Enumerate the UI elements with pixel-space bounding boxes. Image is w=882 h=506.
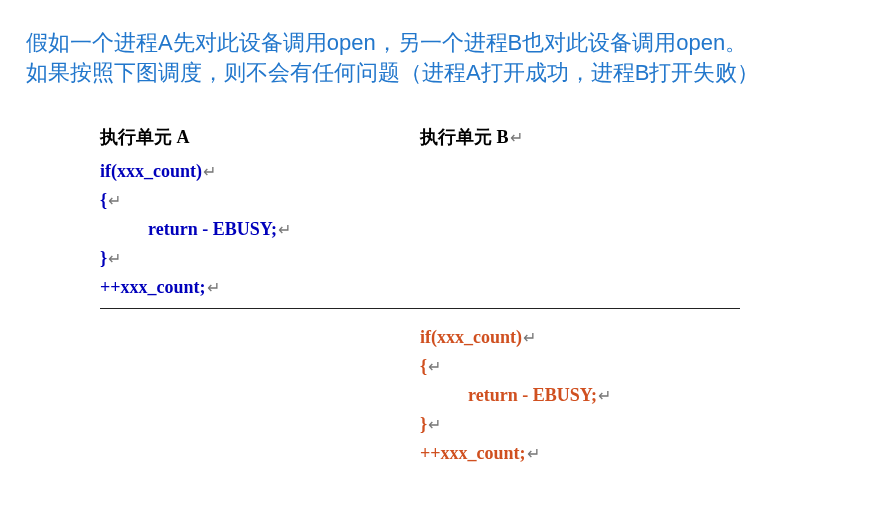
code-b-block: if(xxx_count)↵ {↵ return - EBUSY;↵ }↵ ++… bbox=[420, 323, 740, 468]
code-a-line-5: ++xxx_count;↵ bbox=[100, 273, 420, 302]
title-line-2: 如果按照下图调度，则不会有任何问题（进程A打开成功，进程B打开失败） bbox=[26, 58, 882, 88]
header-row: 执行单元 A 执行单元 B↵ bbox=[100, 125, 740, 157]
code-b-line-1: if(xxx_count)↵ bbox=[420, 323, 740, 352]
code-b-line-4: }↵ bbox=[420, 410, 740, 439]
enter-mark-icon: ↵ bbox=[510, 129, 523, 146]
header-a-label: 执行单元 A bbox=[100, 127, 190, 147]
code-a-block: if(xxx_count)↵ {↵ return - EBUSY;↵ }↵ ++… bbox=[100, 157, 420, 302]
code-a-empty-lower bbox=[100, 323, 420, 468]
code-b-line-2: {↵ bbox=[420, 352, 740, 381]
title-line-1: 假如一个进程A先对此设备调用open，另一个进程B也对此设备调用open。 bbox=[26, 28, 882, 58]
enter-mark-icon: ↵ bbox=[108, 250, 121, 267]
enter-mark-icon: ↵ bbox=[207, 279, 220, 296]
code-a-block-row: if(xxx_count)↵ {↵ return - EBUSY;↵ }↵ ++… bbox=[100, 157, 740, 302]
enter-mark-icon: ↵ bbox=[203, 163, 216, 180]
code-b-block-row: if(xxx_count)↵ {↵ return - EBUSY;↵ }↵ ++… bbox=[100, 323, 740, 468]
enter-mark-icon: ↵ bbox=[108, 192, 121, 209]
code-a-line-2: {↵ bbox=[100, 186, 420, 215]
enter-mark-icon: ↵ bbox=[523, 329, 536, 346]
title-block: 假如一个进程A先对此设备调用open，另一个进程B也对此设备调用open。 如果… bbox=[26, 28, 882, 88]
code-a-line-3: return - EBUSY;↵ bbox=[100, 215, 420, 244]
enter-mark-icon: ↵ bbox=[527, 445, 540, 462]
enter-mark-icon: ↵ bbox=[428, 416, 441, 433]
header-b-label: 执行单元 B bbox=[420, 127, 509, 147]
enter-mark-icon: ↵ bbox=[428, 358, 441, 375]
horizontal-divider bbox=[100, 308, 740, 309]
code-a-line-1: if(xxx_count)↵ bbox=[100, 157, 420, 186]
header-col-a: 执行单元 A bbox=[100, 125, 420, 157]
code-b-empty-upper bbox=[420, 157, 740, 302]
enter-mark-icon: ↵ bbox=[278, 221, 291, 238]
code-b-line-3: return - EBUSY;↵ bbox=[420, 381, 740, 410]
enter-mark-icon: ↵ bbox=[598, 387, 611, 404]
code-a-line-4: }↵ bbox=[100, 244, 420, 273]
header-col-b: 执行单元 B↵ bbox=[420, 125, 740, 157]
code-comparison-table: 执行单元 A 执行单元 B↵ if(xxx_count)↵ {↵ return … bbox=[100, 125, 740, 468]
code-b-line-5: ++xxx_count;↵ bbox=[420, 439, 740, 468]
